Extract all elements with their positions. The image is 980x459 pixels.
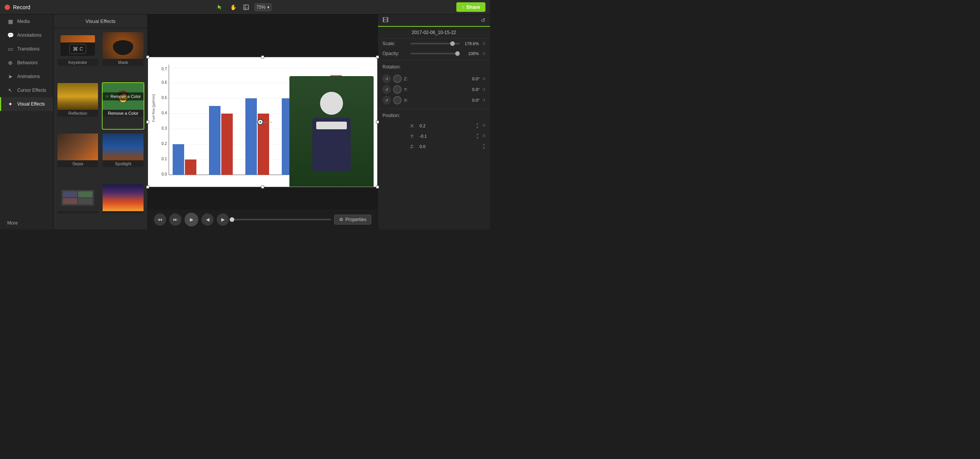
sidebar-item-cursor-effects[interactable]: ↖ Cursor Effects	[0, 83, 53, 97]
position-y-stepper[interactable]: ▲ ▼	[476, 132, 479, 140]
opacity-value: 100%	[463, 51, 479, 56]
position-x-up-icon[interactable]: ▲	[476, 122, 479, 126]
handle-tr[interactable]	[376, 55, 379, 59]
position-z-stepper[interactable]: ▲ ▼	[482, 143, 485, 150]
position-x-axis: X:	[410, 124, 416, 128]
next-frame-button[interactable]: ▶	[217, 213, 229, 226]
handle-br[interactable]	[376, 186, 379, 189]
effect-keystroke[interactable]: ⌘C Keystroke	[57, 31, 99, 79]
position-x-reset[interactable]: ↺	[482, 123, 485, 128]
sidebar-item-more[interactable]: More	[0, 216, 53, 230]
topbar: Record ✋ 75% ▾ ↑ Share	[0, 0, 490, 15]
rotation-x-reset[interactable]: ↺	[482, 98, 485, 103]
svg-rect-27	[245, 98, 257, 175]
rotation-x-wheel[interactable]	[393, 96, 402, 104]
position-z-down-icon[interactable]: ▼	[482, 146, 485, 150]
rotate-y-ccw-button[interactable]: ↺	[382, 85, 391, 94]
sidebar-item-annotations[interactable]: 💬 Annotations	[0, 28, 53, 42]
opacity-row: Opacity: 100% ↺	[378, 49, 490, 59]
remove-color-label: Remove a Color	[103, 110, 144, 117]
reset-icon[interactable]: ↺	[481, 17, 485, 23]
canvas-area: 0.0 0.1 0.2 0.3 0.4 0.5 0.6 0.7 Fuel flo…	[148, 57, 377, 187]
play-pause-step-button[interactable]: ⏭	[169, 213, 181, 226]
position-x-row: X: 0.2 ▲ ▼ ↺	[378, 120, 490, 131]
opacity-slider[interactable]	[410, 53, 460, 54]
prev-frame-button[interactable]: ◀	[201, 213, 214, 226]
handle-tc[interactable]	[261, 55, 264, 59]
position-x-down-icon[interactable]: ▼	[476, 126, 479, 130]
scale-row: Scale: 178.6% ↺	[378, 39, 490, 49]
rotation-y-label: Y:	[404, 87, 412, 92]
sidebar-item-animations[interactable]: ➤ Animations	[0, 70, 53, 83]
rotation-z-wheel[interactable]	[393, 75, 402, 83]
svg-text:0.3: 0.3	[162, 126, 167, 130]
rotation-z-reset[interactable]: ↺	[482, 76, 485, 81]
effect-item7[interactable]	[57, 184, 99, 227]
position-y-down-icon[interactable]: ▼	[476, 136, 479, 140]
svg-text:0.4: 0.4	[162, 111, 167, 115]
animations-icon: ➤	[7, 73, 13, 80]
position-y-up-icon[interactable]: ▲	[476, 132, 479, 136]
opacity-label: Opacity:	[382, 51, 407, 56]
rotation-x-label: X:	[404, 98, 412, 103]
effects-panel: Visual Effects ⌘C	[54, 15, 148, 230]
remove-color-btn-text: Remove a Color	[110, 94, 140, 98]
rotation-x-row: ↺ X: 0.0° ↺	[382, 95, 485, 106]
properties-button[interactable]: ⚙ Properties	[334, 215, 371, 225]
spotlight-label: Spotlight	[103, 160, 144, 167]
progress-bar[interactable]	[232, 219, 331, 220]
handle-ml[interactable]	[146, 120, 149, 124]
rotate-x-ccw-button[interactable]: ↺	[382, 96, 391, 104]
crop-tool-button[interactable]	[242, 3, 251, 12]
sidebar-item-transitions[interactable]: ▭ Transitions	[0, 42, 53, 56]
effect-remove-color[interactable]: 🧑 ☞ Remove a Color Remove a Color	[102, 82, 144, 130]
right-panel: 🎞 ↺ 2017-02-06_10-15-22 Scale: 178.6% ↺ …	[377, 15, 490, 230]
sidebar-item-media[interactable]: ▦ Media	[0, 15, 53, 28]
item7-label	[57, 211, 98, 213]
clip-name: 2017-02-06_10-15-22	[378, 27, 490, 39]
scale-slider[interactable]	[410, 43, 460, 44]
rotation-y-reset[interactable]: ↺	[482, 87, 485, 92]
rotation-y-wheel[interactable]	[393, 85, 402, 94]
scale-value: 178.6%	[463, 41, 479, 46]
remove-color-hover-label[interactable]: ☞ Remove a Color	[103, 92, 144, 100]
handle-tl[interactable]	[146, 55, 149, 59]
effect-reflection[interactable]: Reflection	[57, 82, 99, 130]
position-label: Position:	[382, 113, 407, 118]
zoom-select[interactable]: 75% ▾	[255, 3, 271, 11]
scale-reset-icon[interactable]: ↺	[482, 41, 485, 46]
select-tool-button[interactable]	[216, 3, 225, 12]
svg-rect-24	[185, 160, 196, 175]
rotate-z-ccw-button[interactable]: ↺	[382, 75, 391, 83]
position-x-stepper[interactable]: ▲ ▼	[476, 122, 479, 129]
play-button[interactable]: ▶	[185, 213, 198, 226]
effect-item8[interactable]	[102, 184, 144, 227]
progress-handle[interactable]	[230, 217, 234, 222]
handle-bl[interactable]	[146, 186, 149, 189]
share-button[interactable]: ↑ Share	[456, 2, 485, 12]
position-y-reset[interactable]: ↺	[482, 133, 485, 138]
hand-tool-button[interactable]: ✋	[229, 3, 238, 12]
effect-sepia[interactable]: Sepia	[57, 133, 99, 181]
remove-color-thumbnail: 🧑 ☞ Remove a Color	[103, 83, 144, 110]
effect-spotlight[interactable]: Spotlight	[102, 133, 144, 181]
svg-text:0.2: 0.2	[162, 142, 167, 146]
sidebar-item-behaviors[interactable]: ⊕ Behaviors	[0, 56, 53, 70]
sidebar-item-visual-effects[interactable]: ✦ Visual Effects	[0, 97, 53, 111]
opacity-reset-icon[interactable]: ↺	[482, 51, 485, 56]
svg-text:✋: ✋	[230, 4, 236, 10]
handle-bc[interactable]	[261, 186, 264, 189]
sidebar-label-more: More	[7, 220, 18, 226]
svg-rect-26	[221, 114, 233, 175]
effect-mask[interactable]: Mask	[102, 31, 144, 79]
handle-mr[interactable]	[376, 120, 379, 124]
position-z-up-icon[interactable]: ▲	[482, 143, 485, 146]
svg-rect-25	[209, 106, 220, 175]
main-area: ▦ Media 💬 Annotations ▭ Transitions ⊕ Be…	[0, 15, 490, 230]
rotation-z-value: 0.0°	[414, 76, 480, 81]
transitions-icon: ▭	[7, 46, 13, 52]
sidebar-label-media: Media	[17, 19, 30, 24]
item7-thumbnail	[57, 184, 98, 211]
step-back-button[interactable]: ⏮	[154, 213, 166, 226]
selection-line	[260, 122, 272, 122]
